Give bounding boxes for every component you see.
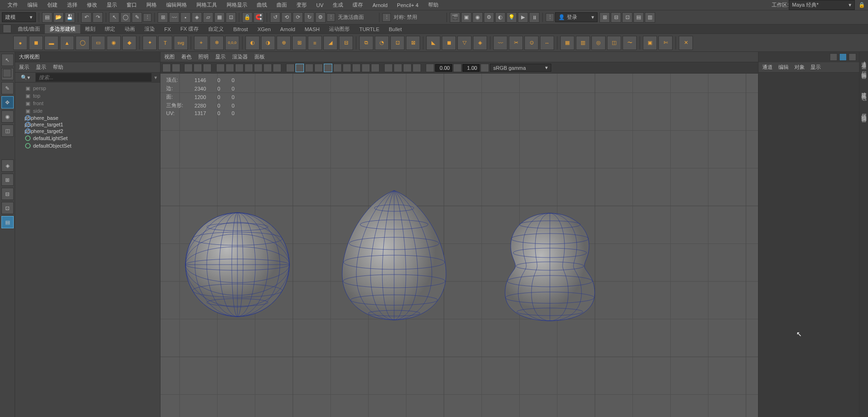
menu-file[interactable]: 文件 (3, 0, 23, 10)
reduce-icon[interactable]: ▽ (457, 36, 472, 50)
move-tool[interactable]: ✥ (1, 96, 14, 108)
snap-projected-icon[interactable]: ◈ (192, 12, 202, 23)
resolution-gate-icon[interactable] (235, 64, 244, 72)
shelf-tab[interactable]: 雕刻 (80, 25, 100, 33)
search-input[interactable] (36, 73, 152, 82)
open-icon[interactable]: 📂 (53, 12, 64, 23)
menu-create[interactable]: 创建 (42, 0, 62, 10)
snap-grid-icon[interactable]: ⊞ (158, 12, 168, 23)
shelf-tab[interactable]: 自定义 (203, 25, 228, 33)
outliner-item[interactable]: defaultObjectSet (16, 142, 159, 150)
menu-edit[interactable]: 编辑 (23, 0, 42, 10)
divider-handle[interactable]: ⋮ (546, 13, 554, 22)
panel-layout-icon[interactable]: ▥ (645, 12, 655, 23)
outliner-item[interactable]: pSphere_target1 (16, 121, 159, 128)
uv-planar-icon[interactable]: ▦ (560, 36, 574, 50)
snap-live-icon[interactable]: ▦ (214, 12, 225, 23)
3d-cut-sew-icon[interactable]: ✄ (658, 36, 673, 50)
2d-pan-icon[interactable] (194, 64, 202, 72)
sweep-mesh-icon[interactable]: ⌖ (194, 36, 208, 50)
outliner-item[interactable]: ▣top (16, 92, 159, 100)
workspace-select[interactable]: Maya 经典*▾ (789, 0, 855, 10)
gamma-value[interactable]: 1.00 (463, 64, 480, 72)
outliner-menu-item[interactable]: 显示 (36, 64, 46, 71)
poly-platonic-icon[interactable]: ◆ (122, 36, 136, 50)
motion-blur-icon[interactable] (362, 64, 370, 72)
superellipse-icon[interactable]: ✦ (143, 36, 157, 50)
render-icon[interactable]: 🎬 (450, 12, 460, 23)
outliner-toggle[interactable]: ▤ (1, 216, 14, 228)
outliner-item[interactable]: pSphere_target2 (16, 128, 159, 134)
cb-icon[interactable] (849, 53, 856, 61)
target-weld-icon[interactable]: ⊙ (524, 36, 539, 50)
hypershade-icon[interactable]: ◐ (495, 12, 506, 23)
delete-icon[interactable]: ✕ (679, 36, 693, 50)
menu-surfaces[interactable]: 曲面 (272, 0, 292, 10)
menu-generate[interactable]: 生成 (328, 0, 348, 10)
menu-mesh[interactable]: 网格 (142, 0, 161, 10)
menu-meshtools[interactable]: 网格工具 (192, 0, 222, 10)
symmetry-label[interactable]: 对称: 禁用 (392, 14, 417, 21)
shelf-handle-icon[interactable] (3, 25, 11, 33)
undo-icon[interactable]: ↶ (81, 12, 92, 23)
gate-mask-icon[interactable] (244, 64, 253, 72)
combine-icon[interactable]: ◐ (245, 36, 260, 50)
search-filter-icon[interactable]: 🔍▾ (15, 73, 36, 82)
construction-icon[interactable]: ⚙ (315, 12, 326, 23)
shelf-tab[interactable]: Arnold (276, 25, 300, 33)
layout-stepper-icon[interactable]: ⊡ (1, 202, 14, 214)
poly-cube-icon[interactable]: ◼ (29, 36, 43, 50)
select-tool[interactable]: ↖ (1, 54, 14, 66)
shelf-tab[interactable]: FX 缓存 (176, 25, 203, 33)
scale-tool[interactable]: ◫ (1, 125, 14, 137)
outliner-menu-item[interactable]: 帮助 (53, 64, 63, 71)
vp-menu-view[interactable]: 视图 (164, 53, 175, 60)
shelf-tab[interactable]: 渲染 (140, 25, 160, 33)
shelf-tab[interactable]: FX (160, 25, 176, 33)
outliner-menu-item[interactable]: 展示 (19, 64, 29, 71)
cb-menu-channels[interactable]: 通道 (762, 64, 773, 71)
new-scene-icon[interactable]: ▤ (42, 12, 52, 23)
outliner-item[interactable]: pSphere_base (16, 115, 159, 121)
image-plane-icon[interactable] (184, 64, 193, 72)
lock-icon[interactable]: 🔒 (242, 12, 253, 23)
menu-uv[interactable]: UV (312, 1, 328, 9)
uv-contour-icon[interactable]: 〜 (623, 36, 637, 50)
vp-menu-show[interactable]: 显示 (215, 53, 226, 60)
layout-compact-icon[interactable]: ⊟ (1, 188, 14, 200)
magnet-icon[interactable]: 🧲 (253, 12, 264, 23)
menu-window[interactable]: 窗口 (122, 0, 142, 10)
film-gate-icon[interactable] (226, 64, 234, 72)
shelf-tab[interactable]: MASH (300, 25, 324, 33)
wireframe-icon[interactable] (286, 64, 295, 72)
select-tool-icon[interactable]: ↖ (109, 12, 119, 23)
connect-icon[interactable]: ↔ (540, 36, 554, 50)
exposure-icon[interactable] (426, 64, 434, 72)
safe-action-icon[interactable] (263, 64, 272, 72)
field-chart-icon[interactable] (254, 64, 262, 72)
use-all-lights-icon[interactable] (305, 64, 313, 72)
menu-arnold[interactable]: Arnold (368, 1, 392, 9)
poly-torus-icon[interactable]: ◯ (76, 36, 90, 50)
divider-handle[interactable]: ⋮ (143, 13, 152, 22)
vp-menu-lighting[interactable]: 照明 (198, 53, 209, 60)
mirror-icon[interactable]: ⧉ (359, 36, 373, 50)
grease-pencil-icon[interactable] (203, 64, 211, 72)
shelf-tab[interactable]: 运动图形 (324, 25, 354, 33)
menu-meshdisplay[interactable]: 网格显示 (222, 0, 252, 10)
vp-menu-panels[interactable]: 面板 (254, 53, 265, 60)
shelf-tab[interactable]: TURTLE (354, 25, 384, 33)
xray-joints-icon[interactable] (403, 64, 412, 72)
menu-help[interactable]: 帮助 (423, 0, 443, 10)
menu-cache[interactable]: 缓存 (348, 0, 368, 10)
shelf-tab-active[interactable]: 多边形建模 (45, 25, 80, 33)
snap-point-icon[interactable]: • (180, 12, 191, 23)
poly-cone-icon[interactable]: ▲ (60, 36, 74, 50)
bevel-icon[interactable]: ◢ (323, 36, 337, 50)
coord-icon[interactable]: 0,0,0 (225, 36, 239, 50)
outliner-item[interactable]: defaultLightSet (16, 134, 159, 142)
playblast-icon[interactable]: ▶ (518, 12, 528, 23)
tab-channelbox[interactable]: 通道盒/层编辑器 (860, 55, 868, 74)
cb-icon[interactable] (830, 53, 837, 61)
outliner-item[interactable]: ▣persp (16, 84, 159, 92)
